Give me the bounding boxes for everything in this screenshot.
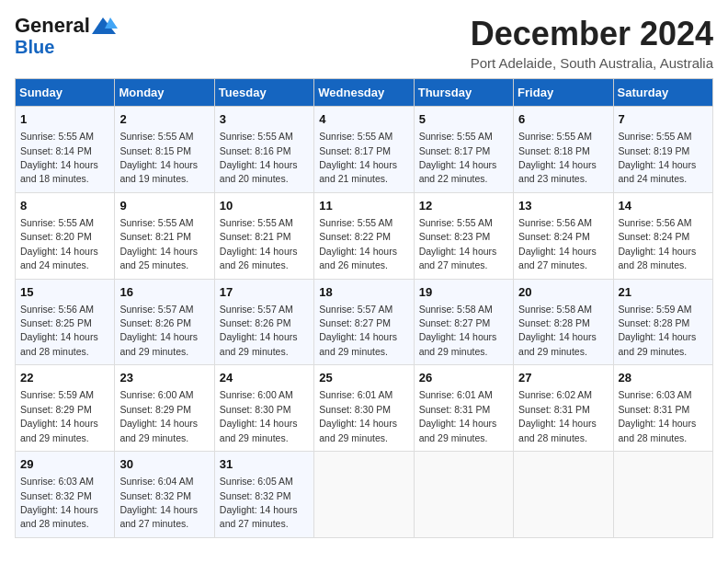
header-cell-tuesday: Tuesday	[214, 79, 313, 107]
calendar-cell: 23Sunrise: 6:00 AM Sunset: 8:29 PM Dayli…	[115, 365, 214, 452]
day-number: 19	[419, 284, 508, 301]
day-number: 30	[119, 456, 209, 473]
day-detail: Sunrise: 5:59 AM Sunset: 8:29 PM Dayligh…	[20, 389, 98, 442]
day-number: 17	[220, 284, 309, 301]
day-detail: Sunrise: 5:59 AM Sunset: 8:28 PM Dayligh…	[619, 304, 697, 357]
day-number: 22	[20, 370, 109, 386]
day-detail: Sunrise: 5:55 AM Sunset: 8:23 PM Dayligh…	[419, 217, 497, 270]
day-detail: Sunrise: 5:55 AM Sunset: 8:21 PM Dayligh…	[119, 217, 198, 270]
day-detail: Sunrise: 5:55 AM Sunset: 8:19 PM Dayligh…	[619, 131, 697, 184]
calendar-cell	[314, 452, 414, 538]
calendar-cell: 8Sunrise: 5:55 AM Sunset: 8:20 PM Daylig…	[16, 192, 115, 279]
week-row: 15Sunrise: 5:56 AM Sunset: 8:25 PM Dayli…	[16, 279, 713, 365]
header-cell-thursday: Thursday	[414, 79, 513, 107]
day-detail: Sunrise: 5:58 AM Sunset: 8:28 PM Dayligh…	[518, 304, 597, 357]
day-number: 2	[119, 111, 209, 128]
day-number: 29	[20, 456, 109, 473]
calendar-cell: 12Sunrise: 5:55 AM Sunset: 8:23 PM Dayli…	[414, 192, 513, 279]
calendar-cell: 1Sunrise: 5:55 AM Sunset: 8:14 PM Daylig…	[16, 107, 115, 193]
calendar-cell: 21Sunrise: 5:59 AM Sunset: 8:28 PM Dayli…	[613, 279, 712, 365]
day-detail: Sunrise: 5:55 AM Sunset: 8:18 PM Dayligh…	[518, 131, 597, 184]
header-cell-friday: Friday	[514, 79, 613, 107]
day-detail: Sunrise: 6:02 AM Sunset: 8:31 PM Dayligh…	[518, 389, 597, 442]
day-detail: Sunrise: 5:55 AM Sunset: 8:20 PM Dayligh…	[20, 217, 98, 270]
header-cell-monday: Monday	[115, 79, 214, 107]
day-number: 23	[119, 370, 209, 386]
day-number: 26	[419, 370, 508, 386]
day-detail: Sunrise: 5:57 AM Sunset: 8:26 PM Dayligh…	[220, 304, 298, 357]
day-detail: Sunrise: 5:55 AM Sunset: 8:21 PM Dayligh…	[220, 217, 298, 270]
day-detail: Sunrise: 5:56 AM Sunset: 8:24 PM Dayligh…	[619, 217, 697, 270]
header-cell-saturday: Saturday	[613, 79, 712, 107]
calendar-cell: 4Sunrise: 5:55 AM Sunset: 8:17 PM Daylig…	[314, 107, 414, 193]
day-number: 27	[518, 370, 608, 386]
day-number: 10	[220, 198, 309, 214]
calendar-cell: 29Sunrise: 6:03 AM Sunset: 8:32 PM Dayli…	[16, 452, 115, 538]
day-number: 20	[518, 284, 608, 301]
day-number: 24	[220, 370, 309, 386]
day-number: 3	[220, 111, 309, 128]
day-detail: Sunrise: 5:55 AM Sunset: 8:15 PM Dayligh…	[119, 131, 198, 184]
calendar-cell: 31Sunrise: 6:05 AM Sunset: 8:32 PM Dayli…	[214, 452, 313, 538]
calendar-cell: 14Sunrise: 5:56 AM Sunset: 8:24 PM Dayli…	[613, 192, 712, 279]
header-row: SundayMondayTuesdayWednesdayThursdayFrid…	[16, 79, 713, 107]
logo-icon	[90, 16, 118, 36]
calendar-cell: 9Sunrise: 5:55 AM Sunset: 8:21 PM Daylig…	[115, 192, 214, 279]
day-number: 5	[419, 111, 508, 128]
page-header: General Blue December 2024 Port Adelaide…	[15, 15, 713, 71]
calendar-cell: 27Sunrise: 6:02 AM Sunset: 8:31 PM Dayli…	[514, 365, 613, 452]
week-row: 8Sunrise: 5:55 AM Sunset: 8:20 PM Daylig…	[16, 192, 713, 279]
day-number: 4	[319, 111, 408, 128]
day-detail: Sunrise: 6:00 AM Sunset: 8:30 PM Dayligh…	[220, 389, 298, 442]
logo: General Blue	[15, 15, 118, 57]
logo-blue: Blue	[15, 37, 54, 57]
calendar-subtitle: Port Adelaide, South Australia, Australi…	[471, 55, 713, 71]
day-number: 6	[518, 111, 608, 128]
week-row: 22Sunrise: 5:59 AM Sunset: 8:29 PM Dayli…	[16, 365, 713, 452]
day-detail: Sunrise: 6:05 AM Sunset: 8:32 PM Dayligh…	[220, 476, 298, 529]
day-number: 13	[518, 198, 608, 214]
header-cell-wednesday: Wednesday	[314, 79, 414, 107]
day-number: 21	[619, 284, 708, 301]
day-detail: Sunrise: 6:01 AM Sunset: 8:30 PM Dayligh…	[319, 389, 397, 442]
day-detail: Sunrise: 6:04 AM Sunset: 8:32 PM Dayligh…	[119, 476, 198, 529]
day-number: 12	[419, 198, 508, 214]
day-detail: Sunrise: 5:55 AM Sunset: 8:16 PM Dayligh…	[220, 131, 298, 184]
day-detail: Sunrise: 5:58 AM Sunset: 8:27 PM Dayligh…	[419, 304, 497, 357]
calendar-cell: 10Sunrise: 5:55 AM Sunset: 8:21 PM Dayli…	[214, 192, 313, 279]
day-detail: Sunrise: 5:56 AM Sunset: 8:25 PM Dayligh…	[20, 304, 98, 357]
day-detail: Sunrise: 5:57 AM Sunset: 8:27 PM Dayligh…	[319, 304, 397, 357]
day-detail: Sunrise: 6:03 AM Sunset: 8:31 PM Dayligh…	[619, 389, 697, 442]
day-number: 11	[319, 198, 408, 214]
day-number: 25	[319, 370, 408, 386]
day-number: 9	[119, 198, 209, 214]
day-detail: Sunrise: 5:55 AM Sunset: 8:22 PM Dayligh…	[319, 217, 397, 270]
calendar-cell: 28Sunrise: 6:03 AM Sunset: 8:31 PM Dayli…	[613, 365, 712, 452]
day-number: 14	[619, 198, 708, 214]
week-row: 1Sunrise: 5:55 AM Sunset: 8:14 PM Daylig…	[16, 107, 713, 193]
calendar-cell: 16Sunrise: 5:57 AM Sunset: 8:26 PM Dayli…	[115, 279, 214, 365]
day-number: 7	[619, 111, 708, 128]
day-detail: Sunrise: 5:55 AM Sunset: 8:17 PM Dayligh…	[419, 131, 497, 184]
title-block: December 2024 Port Adelaide, South Austr…	[471, 15, 713, 71]
calendar-cell: 7Sunrise: 5:55 AM Sunset: 8:19 PM Daylig…	[613, 107, 712, 193]
day-number: 31	[220, 456, 309, 473]
calendar-cell: 5Sunrise: 5:55 AM Sunset: 8:17 PM Daylig…	[414, 107, 513, 193]
day-number: 8	[20, 198, 109, 214]
header-cell-sunday: Sunday	[16, 79, 115, 107]
day-number: 15	[20, 284, 109, 301]
day-detail: Sunrise: 6:00 AM Sunset: 8:29 PM Dayligh…	[119, 389, 198, 442]
day-number: 16	[119, 284, 209, 301]
day-detail: Sunrise: 6:03 AM Sunset: 8:32 PM Dayligh…	[20, 476, 98, 529]
calendar-table: SundayMondayTuesdayWednesdayThursdayFrid…	[15, 78, 713, 538]
calendar-cell: 20Sunrise: 5:58 AM Sunset: 8:28 PM Dayli…	[514, 279, 613, 365]
calendar-cell: 13Sunrise: 5:56 AM Sunset: 8:24 PM Dayli…	[514, 192, 613, 279]
calendar-cell: 15Sunrise: 5:56 AM Sunset: 8:25 PM Dayli…	[16, 279, 115, 365]
calendar-cell	[613, 452, 712, 538]
day-detail: Sunrise: 5:57 AM Sunset: 8:26 PM Dayligh…	[119, 304, 198, 357]
day-detail: Sunrise: 5:56 AM Sunset: 8:24 PM Dayligh…	[518, 217, 597, 270]
day-detail: Sunrise: 5:55 AM Sunset: 8:14 PM Dayligh…	[20, 131, 98, 184]
calendar-cell: 22Sunrise: 5:59 AM Sunset: 8:29 PM Dayli…	[16, 365, 115, 452]
calendar-title: December 2024	[471, 15, 713, 53]
calendar-cell: 3Sunrise: 5:55 AM Sunset: 8:16 PM Daylig…	[214, 107, 313, 193]
